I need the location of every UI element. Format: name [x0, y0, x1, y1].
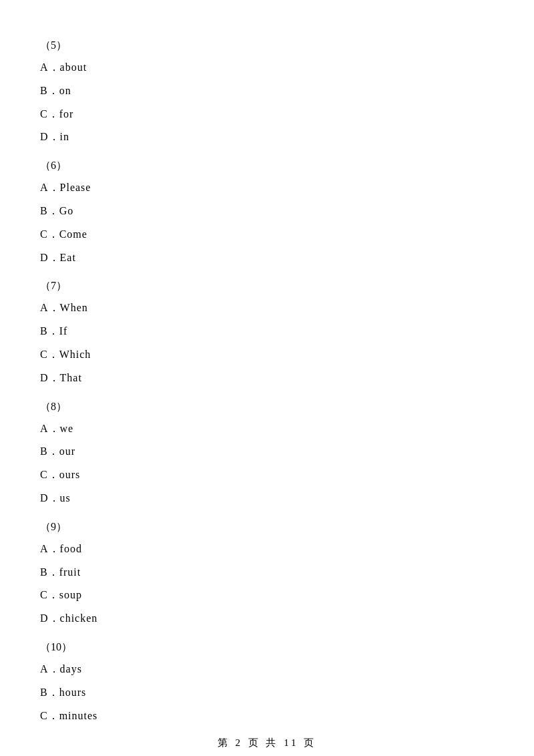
option-10-2: C．minutes [40, 707, 494, 726]
option-6-0: A．Please [40, 178, 494, 198]
option-8-1: B．our [40, 442, 494, 461]
question-number-9: （9） [40, 520, 494, 534]
option-6-2: C．Come [40, 225, 494, 244]
option-8-3: D．us [40, 489, 494, 508]
option-8-2: C．ours [40, 465, 494, 485]
option-7-1: B．If [40, 322, 494, 341]
option-5-3: D．in [40, 128, 494, 147]
option-7-2: C．Which [40, 345, 494, 365]
page-content: （5）A．aboutB．onC．forD．in（6）A．PleaseB．GoC．… [0, 0, 534, 756]
option-8-0: A．we [40, 419, 494, 439]
question-number-7: （7） [40, 279, 494, 293]
question-number-6: （6） [40, 159, 494, 173]
option-6-1: B．Go [40, 202, 494, 221]
option-9-2: C．soup [40, 586, 494, 605]
footer-text: 第 2 页 共 11 页 [218, 737, 317, 748]
option-9-1: B．fruit [40, 563, 494, 582]
question-number-5: （5） [40, 39, 494, 53]
option-9-0: A．food [40, 540, 494, 559]
question-number-10: （10） [40, 640, 494, 654]
option-10-1: B．hours [40, 683, 494, 703]
option-5-2: C．for [40, 105, 494, 124]
question-number-8: （8） [40, 400, 494, 414]
option-7-0: A．When [40, 299, 494, 318]
option-5-0: A．about [40, 58, 494, 77]
option-7-3: D．That [40, 369, 494, 388]
option-9-3: D．chicken [40, 609, 494, 628]
option-6-3: D．Eat [40, 248, 494, 268]
option-5-1: B．on [40, 81, 494, 101]
option-10-0: A．days [40, 660, 494, 679]
page-footer: 第 2 页 共 11 页 [0, 737, 534, 749]
